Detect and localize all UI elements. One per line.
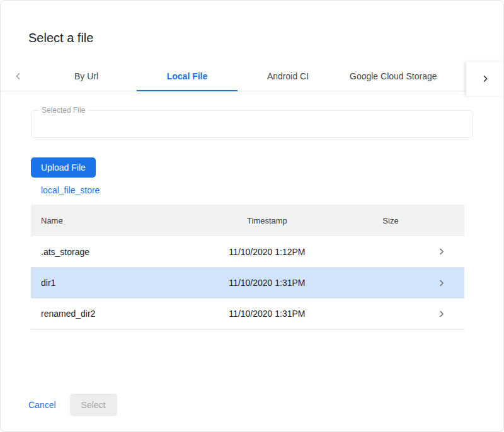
- file-table: Name Timestamp Size .ats_storage 11/10/2…: [31, 205, 464, 330]
- tab-bar: By Url Local File Android CI Google Clou…: [1, 62, 503, 91]
- cell-timestamp: 11/10/2020 1:12PM: [187, 247, 348, 257]
- tab-android-ci[interactable]: Android CI: [238, 62, 338, 91]
- row-expand-button[interactable]: [434, 247, 464, 256]
- selected-file-field: Selected File: [31, 110, 473, 138]
- cancel-button[interactable]: Cancel: [28, 395, 56, 415]
- chevron-right-icon: [437, 309, 446, 319]
- cell-name: renamed_dir2: [31, 309, 187, 319]
- row-expand-button[interactable]: [434, 309, 464, 319]
- select-button[interactable]: Select: [70, 394, 117, 416]
- tab-google-cloud-storage[interactable]: Google Cloud Storage: [338, 62, 449, 91]
- cell-name: dir1: [31, 278, 187, 288]
- table-header-row: Name Timestamp Size: [31, 205, 464, 236]
- tabs-scroll-left-button[interactable]: [1, 62, 36, 91]
- chevron-right-icon: [437, 247, 446, 256]
- table-row[interactable]: dir1 11/10/2020 1:31PM: [31, 267, 464, 298]
- tabs-scroll-right-button[interactable]: [466, 62, 503, 96]
- cell-name: .ats_storage: [31, 247, 187, 257]
- chevron-left-icon: [13, 71, 23, 81]
- cell-timestamp: 11/10/2020 1:31PM: [187, 278, 348, 288]
- dialog-title: Select a file: [28, 31, 476, 45]
- column-header-timestamp: Timestamp: [187, 216, 348, 225]
- column-header-size: Size: [347, 216, 434, 225]
- upload-file-button[interactable]: Upload File: [31, 157, 96, 178]
- tab-list: By Url Local File Android CI Google Clou…: [36, 62, 503, 91]
- table-row[interactable]: .ats_storage 11/10/2020 1:12PM: [31, 236, 464, 267]
- chevron-right-icon: [437, 278, 446, 288]
- tab-by-url[interactable]: By Url: [36, 62, 137, 91]
- table-body: .ats_storage 11/10/2020 1:12PM dir1 11/1…: [31, 236, 464, 329]
- select-file-dialog: Select a file By Url Local File Android …: [0, 0, 504, 432]
- cell-timestamp: 11/10/2020 1:31PM: [187, 309, 348, 319]
- column-header-name: Name: [31, 216, 187, 225]
- table-row[interactable]: renamed_dir2 11/10/2020 1:31PM: [31, 298, 464, 329]
- selected-file-input[interactable]: [31, 110, 473, 138]
- local-file-store-link[interactable]: local_file_store: [41, 185, 100, 195]
- row-expand-button[interactable]: [434, 278, 464, 288]
- tab-local-file[interactable]: Local File: [137, 62, 238, 91]
- chevron-right-icon: [480, 74, 490, 84]
- dialog-actions: Cancel Select: [28, 394, 117, 416]
